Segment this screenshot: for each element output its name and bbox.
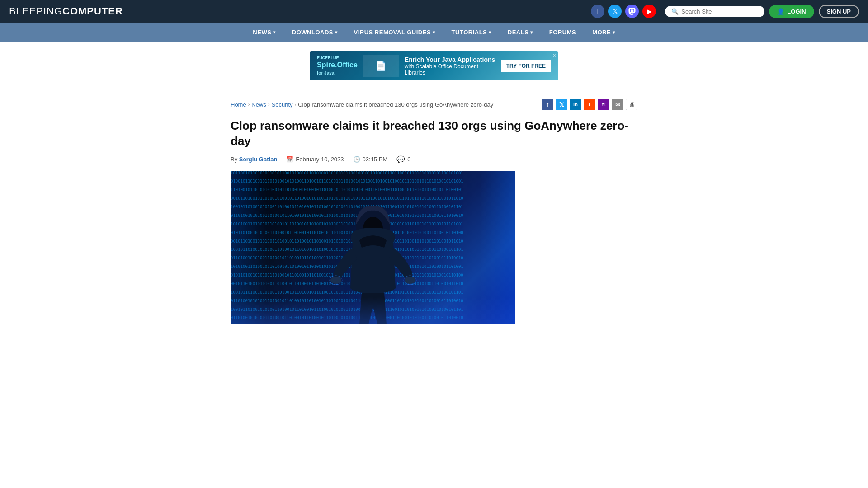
article-time: 🕒 03:15 PM — [353, 156, 388, 163]
nav-item-tutorials[interactable]: TUTORIALS ▾ — [443, 23, 500, 42]
nav-item-downloads[interactable]: DOWNLOADS ▾ — [284, 23, 346, 42]
signup-label: SIGN UP — [827, 8, 851, 15]
nav-item-news[interactable]: NEWS ▾ — [245, 23, 284, 42]
facebook-header-icon[interactable]: f — [591, 5, 604, 18]
breadcrumb-sep-2: › — [268, 102, 270, 107]
ad-banner[interactable]: E-ICEBLUE Spire.Office for Java 📄 Enrich… — [310, 51, 558, 80]
chevron-down-icon: ▾ — [489, 30, 491, 35]
twitter-header-icon[interactable]: 𝕏 — [608, 5, 622, 18]
share-email-icon[interactable]: ✉ — [612, 99, 623, 110]
comment-count[interactable]: 💬 0 — [396, 155, 410, 164]
main-nav: NEWS ▾ DOWNLOADS ▾ VIRUS REMOVAL GUIDES … — [0, 23, 868, 42]
nav-item-forums[interactable]: FORUMS — [541, 23, 584, 42]
nav-item-more[interactable]: MORE ▾ — [584, 23, 623, 42]
author-link[interactable]: Sergiu Gatlan — [239, 156, 278, 163]
share-facebook-icon[interactable]: f — [542, 99, 553, 110]
ad-text: Enrich Your Java Applications with Scala… — [405, 56, 495, 76]
site-header: BLEEPINGCOMPUTER f 𝕏 ▶ 🔍 👤 LOGIN SIGN UP — [0, 0, 868, 23]
ad-banner-wrap: E-ICEBLUE Spire.Office for Java 📄 Enrich… — [0, 42, 868, 85]
user-icon: 👤 — [777, 8, 784, 15]
login-button[interactable]: 👤 LOGIN — [769, 5, 814, 18]
breadcrumb-sep-3: › — [295, 102, 297, 107]
header-right: f 𝕏 ▶ 🔍 👤 LOGIN SIGN UP — [591, 5, 859, 18]
logo-plain: BLEEPING — [9, 5, 62, 17]
breadcrumb: Home › News › Security › Clop ransomware… — [231, 101, 493, 108]
signup-button[interactable]: SIGN UP — [819, 5, 859, 18]
mastodon-header-icon[interactable] — [625, 5, 639, 18]
logo-bold: COMPUTER — [62, 5, 123, 17]
nav-item-virus-removal[interactable]: VIRUS REMOVAL GUIDES ▾ — [346, 23, 443, 42]
chevron-down-icon: ▾ — [613, 30, 615, 35]
article-title: Clop ransomware claims it breached 130 o… — [231, 118, 637, 149]
svg-point-3 — [405, 277, 415, 284]
ad-close-icon[interactable]: ✕ — [552, 53, 557, 59]
ad-logo: E-ICEBLUE Spire.Office for Java — [317, 56, 358, 76]
article-date: 📅 February 10, 2023 — [286, 156, 344, 163]
calendar-icon: 📅 — [286, 156, 293, 163]
chevron-down-icon: ▾ — [433, 30, 435, 35]
share-reddit-icon[interactable]: r — [584, 99, 595, 110]
chevron-down-icon: ▾ — [273, 30, 276, 35]
svg-point-2 — [330, 277, 341, 284]
breadcrumb-share-row: Home › News › Security › Clop ransomware… — [231, 99, 637, 110]
article-hero-image: 1011001011010100101011001010010110101001… — [231, 171, 515, 324]
share-twitter-icon[interactable]: 𝕏 — [556, 99, 567, 110]
youtube-header-icon[interactable]: ▶ — [642, 5, 656, 18]
breadcrumb-security[interactable]: Security — [272, 101, 293, 108]
breadcrumb-news[interactable]: News — [251, 101, 266, 108]
article-author: By Sergiu Gatlan — [231, 156, 277, 163]
clock-icon: 🕒 — [353, 156, 360, 163]
comment-icon: 💬 — [396, 155, 405, 164]
social-icons: f 𝕏 ▶ — [591, 5, 656, 18]
site-logo[interactable]: BLEEPINGCOMPUTER — [9, 5, 123, 17]
nav-item-deals[interactable]: DEALS ▾ — [500, 23, 541, 42]
login-label: LOGIN — [787, 8, 806, 15]
article-container: Home › News › Security › Clop ransomware… — [222, 99, 646, 324]
chevron-down-icon: ▾ — [335, 30, 338, 35]
search-box[interactable]: 🔍 — [665, 6, 764, 17]
share-yahoo-icon[interactable]: Y! — [598, 99, 609, 110]
chevron-down-icon: ▾ — [530, 30, 533, 35]
share-linkedin-icon[interactable]: in — [570, 99, 581, 110]
ad-cta-button[interactable]: TRY FOR FREE — [501, 60, 551, 72]
breadcrumb-current: Clop ransomware claims it breached 130 o… — [298, 101, 493, 108]
share-icons: f 𝕏 in r Y! ✉ 🖨 — [542, 99, 637, 110]
breadcrumb-sep-1: › — [248, 102, 250, 107]
breadcrumb-home[interactable]: Home — [231, 101, 246, 108]
search-icon: 🔍 — [671, 8, 679, 15]
article-meta: By Sergiu Gatlan 📅 February 10, 2023 🕒 0… — [231, 155, 637, 164]
share-print-icon[interactable]: 🖨 — [626, 99, 637, 110]
search-input[interactable] — [681, 8, 758, 15]
